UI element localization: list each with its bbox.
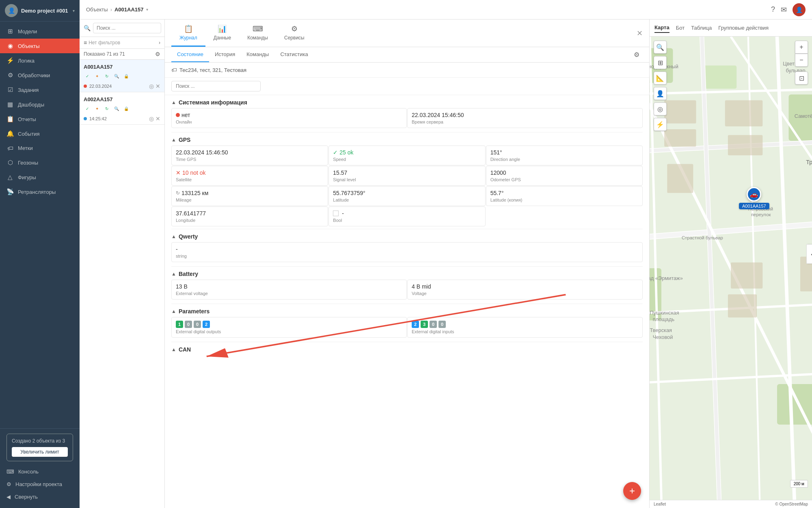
grid-cell: - Bool bbox=[328, 206, 485, 226]
section-title: Parameters bbox=[179, 308, 209, 315]
cell-value: ✕ 10 not ok bbox=[176, 169, 324, 176]
close-button[interactable]: ✕ bbox=[637, 29, 643, 38]
section-gps-header[interactable]: ▲ GPS bbox=[165, 132, 649, 145]
chevron-down-icon[interactable]: ▾ bbox=[146, 7, 148, 12]
zoom-in-button[interactable]: + bbox=[795, 41, 808, 54]
sidebar-item-project-settings[interactable]: ⚙ Настройки проекта bbox=[6, 478, 73, 491]
chevron-icon: ▲ bbox=[171, 137, 176, 143]
person-button[interactable]: 👤 bbox=[654, 87, 667, 100]
filter-settings-icon[interactable]: ⚙ bbox=[155, 51, 160, 57]
close-icon[interactable]: ✕ bbox=[155, 115, 160, 122]
close-icon[interactable]: ✕ bbox=[155, 83, 160, 89]
user-avatar[interactable]: 👤 bbox=[793, 3, 806, 16]
sidebar-item-geozones[interactable]: ⬡ Геозоны bbox=[0, 155, 80, 170]
sidebar-item-reports[interactable]: 📋 Отчеты bbox=[0, 112, 80, 126]
section-title: CAN bbox=[179, 346, 191, 353]
tab-data[interactable]: 📊 Данные bbox=[205, 20, 239, 47]
section-params-header[interactable]: ▲ Parameters bbox=[165, 304, 649, 317]
sidebar-item-marks[interactable]: 🏷 Метки bbox=[0, 141, 80, 155]
sub-tab-commands[interactable]: Команды bbox=[241, 47, 274, 62]
section-battery-header[interactable]: ▲ Battery bbox=[165, 267, 649, 280]
chevron-icon: ▲ bbox=[171, 100, 176, 105]
settings-icon[interactable]: ⚙ bbox=[631, 48, 643, 62]
list-item[interactable]: A002AA157 ✓ ✦ ↻ 🔍 🔒 14:25:42 ◎ ✕ bbox=[80, 92, 164, 125]
sidebar-item-retranslators[interactable]: 📡 Ретрансляторы bbox=[0, 185, 80, 199]
filter-text: Нет фильтров bbox=[89, 40, 157, 46]
map-tab-map[interactable]: Карта bbox=[654, 23, 669, 33]
section-title: Системная информация bbox=[179, 99, 247, 106]
tasks-icon: ☑ bbox=[6, 86, 14, 93]
checkbox-icon[interactable] bbox=[333, 211, 339, 216]
sidebar-item-handlers[interactable]: ⚙ Обработчики bbox=[0, 68, 80, 82]
sub-tab-state[interactable]: Состояние bbox=[171, 47, 209, 62]
sidebar-item-collapse[interactable]: ◀ Свернуть bbox=[6, 491, 73, 503]
target-icon[interactable]: ◎ bbox=[149, 115, 154, 122]
map-tab-table[interactable]: Таблица bbox=[691, 23, 712, 33]
filter-arrow-icon[interactable]: › bbox=[159, 40, 160, 46]
cell-label: Время сервера bbox=[412, 119, 638, 124]
mail-icon[interactable]: ✉ bbox=[781, 5, 787, 14]
grid-cell: - string bbox=[171, 242, 643, 262]
cell-value: 4 В mid bbox=[412, 283, 638, 290]
svg-rect-38 bbox=[667, 164, 693, 193]
tab-commands[interactable]: ⌨ Команды bbox=[239, 20, 276, 47]
grid-cell: 13 В External voltage bbox=[171, 280, 407, 300]
sidebar-item-models[interactable]: ⊞ Модели bbox=[0, 24, 80, 39]
objects-panel: 🔍 ≡ Нет фильтров › Показано 71 из 71 ⚙ A… bbox=[80, 20, 165, 508]
add-button[interactable]: + bbox=[623, 482, 641, 500]
object-status: 14:25:42 ◎ ✕ bbox=[84, 115, 160, 122]
increase-limit-button[interactable]: Увеличить лимит bbox=[12, 447, 68, 457]
tab-services[interactable]: ⚙ Сервисы bbox=[276, 20, 313, 47]
battery-grid: 13 В External voltage 4 В mid Voltage bbox=[165, 280, 649, 304]
chevron-down-icon[interactable]: ▾ bbox=[73, 9, 75, 13]
filter-icon: ≡ bbox=[84, 39, 87, 46]
chevron-icon: ▲ bbox=[171, 271, 176, 277]
sidebar-item-tasks[interactable]: ☑ Задания bbox=[0, 82, 80, 97]
sidebar-item-label: Фигуры bbox=[18, 174, 36, 180]
status-time: 22.03.2024 bbox=[89, 84, 112, 89]
help-icon[interactable]: ? bbox=[771, 5, 775, 14]
sidebar-item-objects[interactable]: ◉ Объекты bbox=[0, 39, 80, 53]
badge: 0 bbox=[438, 321, 446, 328]
measure-button[interactable]: 📐 bbox=[654, 72, 667, 85]
detail-search-input[interactable] bbox=[171, 81, 261, 91]
cell-value: - bbox=[176, 246, 638, 252]
section-battery: ▲ Battery 13 В External voltage 4 В mid … bbox=[165, 267, 649, 304]
section-qwerty-header[interactable]: ▲ Qwerty bbox=[165, 229, 649, 242]
map-tab-group-actions[interactable]: Групповые действия bbox=[718, 23, 769, 33]
list-item[interactable]: A001AA157 ✓ ✦ ↻ 🔍 🔒 22.03.2024 ◎ ✕ bbox=[80, 60, 164, 92]
sidebar-item-events[interactable]: 🔔 События bbox=[0, 126, 80, 141]
target-button[interactable]: ◎ bbox=[654, 102, 667, 115]
grid-cell: 37.6141777 Longitude bbox=[171, 206, 328, 226]
grid-cell: нет Онлайн bbox=[171, 108, 407, 128]
breadcrumb-objects[interactable]: Объекты bbox=[86, 7, 108, 13]
objects-search-input[interactable] bbox=[93, 23, 161, 33]
object-icons: ✓ ✦ ↻ 🔍 🔒 bbox=[84, 72, 160, 80]
grid-cell: 15.57 Signal level bbox=[328, 166, 485, 186]
cell-value: ✓ 25 ok bbox=[333, 149, 481, 156]
section-can-header[interactable]: ▲ CAN bbox=[165, 342, 649, 355]
objects-count: Показано 71 из 71 ⚙ bbox=[80, 49, 164, 60]
tab-journal[interactable]: 📋 Журнал bbox=[171, 20, 205, 47]
sub-tab-stats[interactable]: Статистика bbox=[274, 47, 313, 62]
sidebar-item-logic[interactable]: ⚡ Логика bbox=[0, 53, 80, 68]
layer-switch-button[interactable]: ⊡ bbox=[795, 72, 808, 85]
layers-button[interactable]: ⊞ bbox=[654, 56, 667, 69]
expand-panel-button[interactable]: ‹ bbox=[806, 244, 812, 264]
sidebar-item-dashboards[interactable]: ▦ Дашборды bbox=[0, 97, 80, 112]
obj-check-icon: ✓ bbox=[84, 72, 91, 80]
target-icon[interactable]: ◎ bbox=[149, 83, 154, 89]
section-system-header[interactable]: ▲ Системная информация bbox=[165, 95, 649, 108]
sidebar-item-console[interactable]: ⌨ Консоль bbox=[6, 465, 73, 478]
search-button[interactable]: 🔍 bbox=[654, 41, 667, 54]
sub-tab-history[interactable]: История bbox=[209, 47, 241, 62]
zoom-out-button[interactable]: − bbox=[795, 54, 808, 67]
search-icon: 🔍 bbox=[84, 25, 91, 31]
map-tab-bot[interactable]: Бот bbox=[676, 23, 685, 33]
map-credit-osm: © OpenStreetMap bbox=[775, 502, 808, 506]
sidebar-item-figures[interactable]: △ Фигуры bbox=[0, 170, 80, 185]
params-grid: 1 0 0 2 External digital outputs 2 3 bbox=[165, 317, 649, 342]
cell-label: string bbox=[176, 254, 638, 258]
tab-label: Журнал bbox=[179, 35, 197, 41]
route-button[interactable]: ⚡ bbox=[654, 118, 667, 131]
